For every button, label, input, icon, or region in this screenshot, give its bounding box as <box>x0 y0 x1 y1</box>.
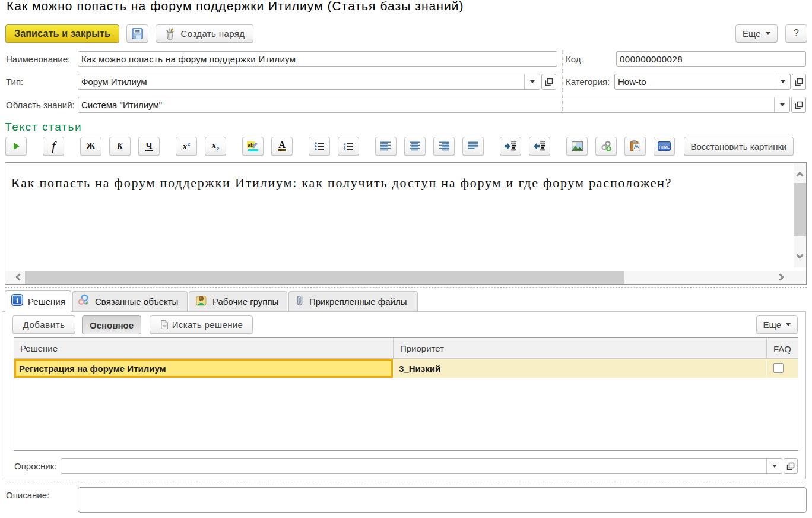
svg-text:2: 2 <box>217 146 220 151</box>
svg-text:3: 3 <box>344 149 346 151</box>
svg-text:x: x <box>182 142 187 151</box>
svg-text:2: 2 <box>188 141 191 147</box>
svg-text:A: A <box>278 140 286 150</box>
svg-text:x: x <box>211 141 216 150</box>
svg-text:HTML: HTML <box>659 145 670 149</box>
svg-text:i: i <box>16 296 18 305</box>
